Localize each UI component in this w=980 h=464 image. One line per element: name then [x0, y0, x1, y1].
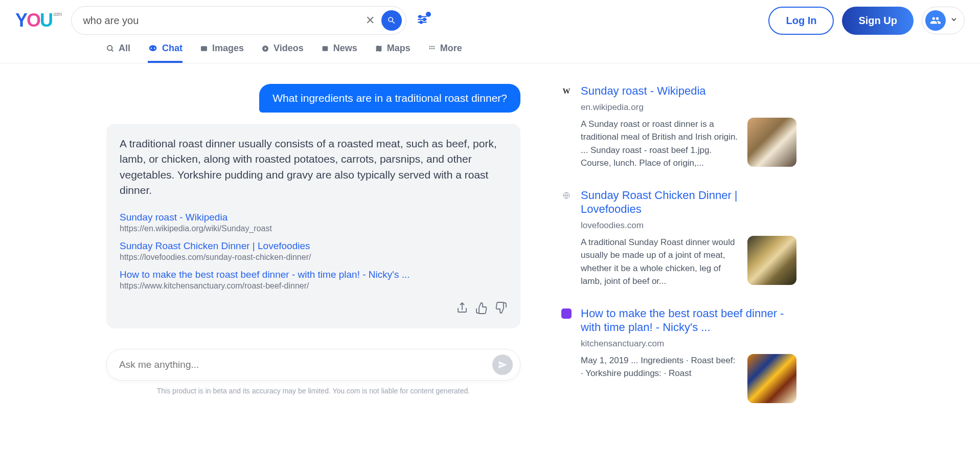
result-link[interactable]: How to make the best roast beef dinner -…	[581, 306, 796, 335]
grid-icon	[428, 45, 436, 53]
thumbs-up-icon[interactable]	[475, 302, 488, 316]
signup-button[interactable]: Sign Up	[842, 7, 914, 35]
svg-rect-14	[322, 46, 328, 51]
tab-maps[interactable]: Maps	[375, 43, 411, 63]
tab-images[interactable]: Images	[200, 43, 244, 63]
source-url: https://lovefoodies.com/sunday-roast-chi…	[120, 253, 507, 262]
chat-icon	[148, 43, 158, 54]
tab-label: More	[440, 43, 462, 54]
svg-point-3	[419, 15, 421, 17]
svg-point-6	[107, 46, 112, 50]
svg-point-16	[431, 46, 432, 47]
filter-icon[interactable]	[416, 13, 429, 28]
svg-point-20	[433, 48, 435, 49]
source-url: https://en.wikipedia.org/wiki/Sunday_roa…	[120, 224, 507, 233]
svg-point-9	[150, 47, 152, 49]
news-icon	[321, 45, 329, 53]
image-icon	[200, 45, 208, 53]
search-button[interactable]	[381, 10, 402, 31]
chat-input[interactable]	[119, 359, 492, 370]
profile-menu[interactable]	[922, 7, 965, 34]
result-domain: lovefoodies.com	[581, 220, 796, 231]
chevron-down-icon	[950, 15, 958, 26]
search-result: W Sunday roast - Wikipedia en.wikipedia.…	[561, 84, 796, 170]
source-url: https://www.kitchensanctuary.com/roast-b…	[120, 281, 507, 291]
search-input[interactable]	[83, 15, 363, 27]
result-snippet: A traditional Sunday Roast dinner would …	[581, 236, 739, 288]
search-small-icon	[106, 45, 115, 53]
source-link[interactable]: How to make the best roast beef dinner -…	[120, 269, 507, 280]
video-icon	[261, 45, 269, 53]
tab-label: All	[119, 43, 130, 54]
map-icon	[375, 45, 383, 53]
svg-point-15	[429, 46, 430, 47]
chat-input-box	[106, 349, 520, 381]
site-icon	[561, 308, 572, 319]
svg-point-8	[149, 45, 157, 51]
search-box: ✕	[71, 6, 406, 35]
result-domain: kitchensanctuary.com	[581, 339, 796, 349]
result-thumbnail[interactable]	[747, 354, 796, 403]
source-item: Sunday roast - Wikipedia https://en.wiki…	[120, 212, 507, 233]
bot-message: A traditional roast dinner usually consi…	[106, 124, 520, 328]
result-snippet: May 1, 2019 ... Ingredients · Roast beef…	[581, 354, 739, 380]
tab-all[interactable]: All	[106, 43, 130, 63]
result-link[interactable]: Sunday roast - Wikipedia	[581, 84, 796, 98]
svg-point-10	[154, 47, 155, 49]
bot-text: A traditional roast dinner usually consi…	[120, 136, 507, 198]
svg-point-18	[429, 48, 430, 49]
svg-point-4	[424, 18, 426, 20]
user-message: What ingredients are in a traditional ro…	[259, 84, 520, 113]
source-item: How to make the best roast beef dinner -…	[120, 269, 507, 291]
clear-icon[interactable]: ✕	[363, 13, 377, 28]
tab-label: Maps	[387, 43, 411, 54]
tab-videos[interactable]: Videos	[261, 43, 304, 63]
result-domain: en.wikipedia.org	[581, 102, 796, 113]
tab-news[interactable]: News	[321, 43, 357, 63]
svg-point-17	[433, 46, 435, 47]
tab-label: News	[333, 43, 357, 54]
tab-more[interactable]: More	[428, 43, 462, 63]
result-snippet: A Sunday roast or roast dinner is a trad…	[581, 118, 739, 170]
svg-line-7	[111, 50, 113, 51]
svg-rect-11	[201, 46, 207, 51]
logo[interactable]: YOU.com	[15, 10, 61, 31]
svg-point-5	[420, 21, 422, 23]
people-icon	[925, 10, 946, 31]
search-result: How to make the best roast beef dinner -…	[561, 306, 796, 403]
tab-label: Chat	[162, 43, 183, 54]
source-item: Sunday Roast Chicken Dinner | Lovefoodie…	[120, 240, 507, 262]
result-thumbnail[interactable]	[747, 236, 796, 285]
tab-chat[interactable]: Chat	[148, 43, 183, 63]
tab-label: Videos	[274, 43, 304, 54]
source-link[interactable]: Sunday Roast Chicken Dinner | Lovefoodie…	[120, 240, 507, 252]
globe-icon	[561, 190, 572, 201]
wikipedia-icon: W	[561, 86, 572, 96]
thumbs-down-icon[interactable]	[495, 302, 507, 316]
send-button[interactable]	[492, 355, 513, 375]
share-icon[interactable]	[456, 302, 468, 316]
result-thumbnail[interactable]	[747, 118, 796, 167]
disclaimer: This product is in beta and its accuracy…	[106, 387, 520, 395]
tab-label: Images	[212, 43, 244, 54]
login-button[interactable]: Log In	[768, 7, 834, 35]
source-link[interactable]: Sunday roast - Wikipedia	[120, 212, 507, 223]
svg-point-19	[431, 48, 432, 49]
search-result: Sunday Roast Chicken Dinner | Lovefoodie…	[561, 188, 796, 288]
result-link[interactable]: Sunday Roast Chicken Dinner | Lovefoodie…	[581, 188, 796, 216]
